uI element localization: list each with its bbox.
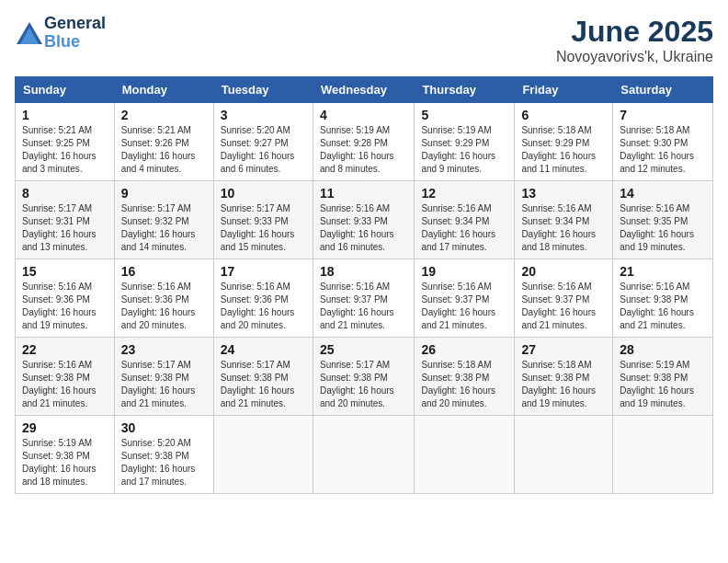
calendar-cell: 17Sunrise: 5:16 AMSunset: 9:36 PMDayligh… — [213, 259, 313, 338]
calendar: SundayMondayTuesdayWednesdayThursdayFrid… — [15, 76, 713, 494]
day-number: 17 — [221, 264, 306, 279]
day-info: Sunrise: 5:18 AMSunset: 9:38 PMDaylight:… — [421, 359, 507, 410]
calendar-cell: 28Sunrise: 5:19 AMSunset: 9:38 PMDayligh… — [613, 338, 713, 416]
day-info: Sunrise: 5:16 AMSunset: 9:38 PMDaylight:… — [620, 281, 706, 332]
calendar-cell: 22Sunrise: 5:16 AMSunset: 9:38 PMDayligh… — [16, 338, 115, 416]
calendar-cell: 1Sunrise: 5:21 AMSunset: 9:25 PMDaylight… — [16, 103, 115, 181]
day-number: 3 — [221, 108, 306, 122]
day-number: 21 — [620, 264, 706, 279]
day-number: 22 — [22, 342, 108, 357]
day-info: Sunrise: 5:17 AMSunset: 9:38 PMDaylight:… — [121, 359, 207, 410]
calendar-cell — [415, 416, 515, 494]
day-info: Sunrise: 5:16 AMSunset: 9:33 PMDaylight:… — [320, 202, 407, 254]
day-number: 26 — [421, 342, 507, 357]
calendar-cell: 8Sunrise: 5:17 AMSunset: 9:31 PMDaylight… — [16, 181, 115, 259]
title-block: June 2025 Novoyavorivs'k, Ukraine — [556, 15, 713, 65]
day-info: Sunrise: 5:16 AMSunset: 9:37 PMDaylight:… — [421, 281, 507, 332]
weekday-thursday: Thursday — [415, 77, 515, 103]
logo-line1: General — [44, 15, 106, 33]
weekday-monday: Monday — [114, 77, 213, 103]
calendar-cell: 30Sunrise: 5:20 AMSunset: 9:38 PMDayligh… — [114, 416, 213, 494]
day-number: 14 — [620, 186, 706, 201]
day-number: 28 — [620, 342, 706, 357]
calendar-cell: 15Sunrise: 5:16 AMSunset: 9:36 PMDayligh… — [16, 259, 115, 338]
logo-icon — [15, 20, 40, 46]
location-title: Novoyavorivs'k, Ukraine — [556, 49, 713, 65]
calendar-cell: 5Sunrise: 5:19 AMSunset: 9:29 PMDaylight… — [415, 103, 515, 181]
weekday-friday: Friday — [515, 77, 613, 103]
logo-text: General Blue — [44, 15, 106, 52]
day-info: Sunrise: 5:16 AMSunset: 9:38 PMDaylight:… — [22, 359, 108, 410]
calendar-cell: 7Sunrise: 5:18 AMSunset: 9:30 PMDaylight… — [613, 103, 713, 181]
weekday-sunday: Sunday — [16, 77, 115, 103]
calendar-cell: 13Sunrise: 5:16 AMSunset: 9:34 PMDayligh… — [515, 181, 613, 259]
day-number: 6 — [521, 108, 606, 122]
calendar-cell: 24Sunrise: 5:17 AMSunset: 9:38 PMDayligh… — [213, 338, 313, 416]
weekday-tuesday: Tuesday — [213, 77, 313, 103]
week-row-4: 22Sunrise: 5:16 AMSunset: 9:38 PMDayligh… — [16, 338, 713, 416]
calendar-cell: 12Sunrise: 5:16 AMSunset: 9:34 PMDayligh… — [415, 181, 515, 259]
day-info: Sunrise: 5:16 AMSunset: 9:36 PMDaylight:… — [221, 281, 306, 332]
day-info: Sunrise: 5:20 AMSunset: 9:27 PMDaylight:… — [221, 124, 306, 176]
weekday-wednesday: Wednesday — [313, 77, 414, 103]
week-row-2: 8Sunrise: 5:17 AMSunset: 9:31 PMDaylight… — [16, 181, 713, 259]
day-number: 19 — [421, 264, 507, 279]
day-info: Sunrise: 5:17 AMSunset: 9:38 PMDaylight:… — [320, 359, 407, 410]
day-info: Sunrise: 5:19 AMSunset: 9:38 PMDaylight:… — [620, 359, 706, 410]
calendar-cell: 4Sunrise: 5:19 AMSunset: 9:28 PMDaylight… — [313, 103, 414, 181]
day-info: Sunrise: 5:16 AMSunset: 9:34 PMDaylight:… — [421, 202, 507, 254]
day-number: 24 — [221, 342, 306, 357]
calendar-cell: 14Sunrise: 5:16 AMSunset: 9:35 PMDayligh… — [613, 181, 713, 259]
day-info: Sunrise: 5:17 AMSunset: 9:38 PMDaylight:… — [221, 359, 306, 410]
calendar-cell: 23Sunrise: 5:17 AMSunset: 9:38 PMDayligh… — [114, 338, 213, 416]
calendar-cell: 9Sunrise: 5:17 AMSunset: 9:32 PMDaylight… — [114, 181, 213, 259]
day-number: 25 — [320, 342, 407, 357]
month-title: June 2025 — [556, 15, 713, 49]
calendar-cell: 6Sunrise: 5:18 AMSunset: 9:29 PMDaylight… — [515, 103, 613, 181]
calendar-cell: 20Sunrise: 5:16 AMSunset: 9:37 PMDayligh… — [515, 259, 613, 338]
logo: General Blue — [15, 15, 106, 52]
page-header: General Blue June 2025 Novoyavorivs'k, U… — [15, 15, 713, 65]
day-info: Sunrise: 5:19 AMSunset: 9:38 PMDaylight:… — [22, 437, 108, 488]
day-number: 30 — [121, 420, 207, 435]
day-number: 2 — [121, 108, 207, 122]
day-number: 27 — [521, 342, 606, 357]
logo-line2: Blue — [44, 33, 106, 52]
day-number: 29 — [22, 420, 108, 435]
calendar-cell — [613, 416, 713, 494]
calendar-cell: 27Sunrise: 5:18 AMSunset: 9:38 PMDayligh… — [515, 338, 613, 416]
day-number: 18 — [320, 264, 407, 279]
day-number: 16 — [121, 264, 207, 279]
day-info: Sunrise: 5:17 AMSunset: 9:32 PMDaylight:… — [121, 202, 207, 254]
week-row-1: 1Sunrise: 5:21 AMSunset: 9:25 PMDaylight… — [16, 103, 713, 181]
day-info: Sunrise: 5:18 AMSunset: 9:29 PMDaylight:… — [521, 124, 606, 176]
calendar-cell: 16Sunrise: 5:16 AMSunset: 9:36 PMDayligh… — [114, 259, 213, 338]
calendar-cell: 18Sunrise: 5:16 AMSunset: 9:37 PMDayligh… — [313, 259, 414, 338]
day-number: 9 — [121, 186, 207, 201]
day-number: 11 — [320, 186, 407, 201]
day-number: 20 — [521, 264, 606, 279]
day-info: Sunrise: 5:16 AMSunset: 9:34 PMDaylight:… — [521, 202, 606, 254]
day-number: 23 — [121, 342, 207, 357]
weekday-saturday: Saturday — [613, 77, 713, 103]
day-info: Sunrise: 5:16 AMSunset: 9:37 PMDaylight:… — [320, 281, 407, 332]
day-info: Sunrise: 5:19 AMSunset: 9:28 PMDaylight:… — [320, 124, 407, 176]
calendar-cell: 19Sunrise: 5:16 AMSunset: 9:37 PMDayligh… — [415, 259, 515, 338]
calendar-body: 1Sunrise: 5:21 AMSunset: 9:25 PMDaylight… — [16, 103, 713, 494]
day-number: 13 — [521, 186, 606, 201]
calendar-cell: 2Sunrise: 5:21 AMSunset: 9:26 PMDaylight… — [114, 103, 213, 181]
day-info: Sunrise: 5:19 AMSunset: 9:29 PMDaylight:… — [421, 124, 507, 176]
day-info: Sunrise: 5:18 AMSunset: 9:38 PMDaylight:… — [521, 359, 606, 410]
day-info: Sunrise: 5:20 AMSunset: 9:38 PMDaylight:… — [121, 437, 207, 488]
calendar-cell: 11Sunrise: 5:16 AMSunset: 9:33 PMDayligh… — [313, 181, 414, 259]
calendar-cell: 21Sunrise: 5:16 AMSunset: 9:38 PMDayligh… — [613, 259, 713, 338]
day-number: 4 — [320, 108, 407, 122]
calendar-cell: 25Sunrise: 5:17 AMSunset: 9:38 PMDayligh… — [313, 338, 414, 416]
day-info: Sunrise: 5:16 AMSunset: 9:36 PMDaylight:… — [121, 281, 207, 332]
weekday-header: SundayMondayTuesdayWednesdayThursdayFrid… — [16, 77, 713, 103]
calendar-cell: 26Sunrise: 5:18 AMSunset: 9:38 PMDayligh… — [415, 338, 515, 416]
day-number: 1 — [22, 108, 108, 122]
day-info: Sunrise: 5:21 AMSunset: 9:25 PMDaylight:… — [22, 124, 108, 176]
day-info: Sunrise: 5:17 AMSunset: 9:31 PMDaylight:… — [22, 202, 108, 254]
day-info: Sunrise: 5:16 AMSunset: 9:36 PMDaylight:… — [22, 281, 108, 332]
